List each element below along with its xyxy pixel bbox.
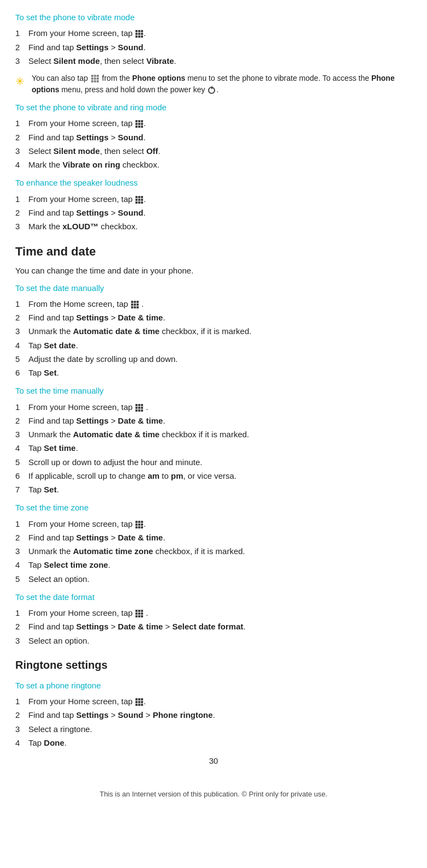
step-item: 6If applicable, scroll up to change am t… bbox=[15, 469, 412, 482]
step-item: 4Tap Set date. bbox=[15, 339, 412, 352]
ringtone-settings-section: Ringtone settings To set a phone rington… bbox=[15, 657, 412, 749]
tip-icon: ✳ bbox=[15, 73, 27, 90]
set-time-zone-section: To set the time zone 1From your Home scr… bbox=[15, 501, 412, 585]
vibrate-mode-section: To set the phone to vibrate mode 1From y… bbox=[15, 11, 412, 96]
time-date-section: Time and date You can change the time an… bbox=[15, 242, 412, 647]
grid-icon bbox=[135, 120, 143, 128]
step-item: 1From your Home screen, tap . bbox=[15, 401, 412, 413]
step-item: 3Select Silent mode, then select Vibrate… bbox=[15, 55, 412, 67]
step-item: 4Tap Done. bbox=[15, 736, 412, 749]
vibrate-mode-steps: 1From your Home screen, tap . 2Find and … bbox=[15, 27, 412, 67]
step-item: 1From the Home screen, tap . bbox=[15, 298, 412, 310]
step-item: 3Select Silent mode, then select Off. bbox=[15, 145, 412, 157]
grid-icon bbox=[135, 698, 143, 706]
grid-icon bbox=[135, 610, 143, 617]
step-item: 1From your Home screen, tap . bbox=[15, 607, 412, 619]
step-item: 3Unmark the Automatic time zone checkbox… bbox=[15, 545, 412, 557]
step-item: 5Select an option. bbox=[15, 573, 412, 585]
vibrate-ring-heading: To set the phone to vibrate and ring mod… bbox=[15, 101, 412, 114]
step-item: 5Scroll up or down to adjust the hour an… bbox=[15, 456, 412, 468]
step-item: 1From your Home screen, tap . bbox=[15, 117, 412, 129]
set-phone-ringtone-section: To set a phone ringtone 1From your Home … bbox=[15, 679, 412, 749]
set-date-manually-steps: 1From the Home screen, tap . 2Find and t… bbox=[15, 298, 412, 379]
tip-box: ✳ You can also tap from the Phone option… bbox=[15, 73, 412, 96]
step-item: 1From your Home screen, tap . bbox=[15, 518, 412, 530]
vibrate-ring-steps: 1From your Home screen, tap . 2Find and … bbox=[15, 117, 412, 171]
step-item: 3Select an option. bbox=[15, 634, 412, 647]
step-item: 1From your Home screen, tap . bbox=[15, 193, 412, 205]
step-item: 4Tap Set time. bbox=[15, 442, 412, 454]
page-footer: This is an Internet version of this publ… bbox=[15, 783, 412, 800]
step-item: 2Find and tap Settings > Sound. bbox=[15, 206, 412, 219]
step-item: 4Tap Select time zone. bbox=[15, 558, 412, 571]
step-item: 2Find and tap Settings > Sound > Phone r… bbox=[15, 709, 412, 721]
set-date-manually-heading: To set the date manually bbox=[15, 282, 412, 294]
time-date-intro: You can change the time and date in your… bbox=[15, 264, 412, 277]
step-item: 4Mark the Vibrate on ring checkbox. bbox=[15, 158, 412, 171]
step-item: 3Mark the xLOUD™ checkbox. bbox=[15, 220, 412, 233]
set-time-zone-steps: 1From your Home screen, tap . 2Find and … bbox=[15, 518, 412, 585]
vibrate-ring-section: To set the phone to vibrate and ring mod… bbox=[15, 101, 412, 171]
step-item: 1From your Home screen, tap . bbox=[15, 695, 412, 708]
set-date-format-section: To set the date format 1From your Home s… bbox=[15, 591, 412, 647]
step-item: 2Find and tap Settings > Sound. bbox=[15, 131, 412, 144]
step-item: 3Select a ringtone. bbox=[15, 723, 412, 735]
set-phone-ringtone-steps: 1From your Home screen, tap . 2Find and … bbox=[15, 695, 412, 749]
step-item: 2Find and tap Settings > Date & time. bbox=[15, 531, 412, 544]
step-item: 1From your Home screen, tap . bbox=[15, 27, 412, 39]
set-time-zone-heading: To set the time zone bbox=[15, 501, 412, 514]
speaker-loudness-steps: 1From your Home screen, tap . 2Find and … bbox=[15, 193, 412, 233]
speaker-loudness-section: To enhance the speaker loudness 1From yo… bbox=[15, 176, 412, 233]
set-time-manually-steps: 1From your Home screen, tap . 2Find and … bbox=[15, 401, 412, 496]
step-item: 5Adjust the date by scrolling up and dow… bbox=[15, 353, 412, 365]
step-item: 2Find and tap Settings > Sound. bbox=[15, 41, 412, 53]
step-item: 2Find and tap Settings > Date & time > S… bbox=[15, 620, 412, 633]
grid-icon bbox=[131, 301, 139, 308]
grid-icon bbox=[135, 196, 143, 204]
grid-icon bbox=[135, 521, 143, 528]
step-item: 2Find and tap Settings > Date & time. bbox=[15, 311, 412, 324]
set-time-manually-section: To set the time manually 1From your Home… bbox=[15, 384, 412, 496]
step-item: 6Tap Set. bbox=[15, 366, 412, 379]
step-item: 7Tap Set. bbox=[15, 483, 412, 496]
grid-icon bbox=[135, 404, 143, 412]
page-number: 30 bbox=[15, 754, 412, 767]
step-item: 3Unmark the Automatic date & time checkb… bbox=[15, 428, 412, 441]
tip-text: You can also tap from the Phone options … bbox=[32, 73, 412, 96]
time-date-heading: Time and date bbox=[15, 242, 412, 261]
set-time-manually-heading: To set the time manually bbox=[15, 384, 412, 397]
speaker-loudness-heading: To enhance the speaker loudness bbox=[15, 176, 412, 189]
set-date-format-heading: To set the date format bbox=[15, 591, 412, 603]
step-item: 3Unmark the Automatic date & time checkb… bbox=[15, 325, 412, 337]
grid-icon bbox=[135, 30, 143, 38]
step-item: 2Find and tap Settings > Date & time. bbox=[15, 414, 412, 427]
set-phone-ringtone-heading: To set a phone ringtone bbox=[15, 679, 412, 692]
set-date-manually-section: To set the date manually 1From the Home … bbox=[15, 282, 412, 379]
set-date-format-steps: 1From your Home screen, tap . 2Find and … bbox=[15, 607, 412, 647]
vibrate-mode-heading: To set the phone to vibrate mode bbox=[15, 11, 412, 23]
ringtone-settings-heading: Ringtone settings bbox=[15, 657, 412, 674]
